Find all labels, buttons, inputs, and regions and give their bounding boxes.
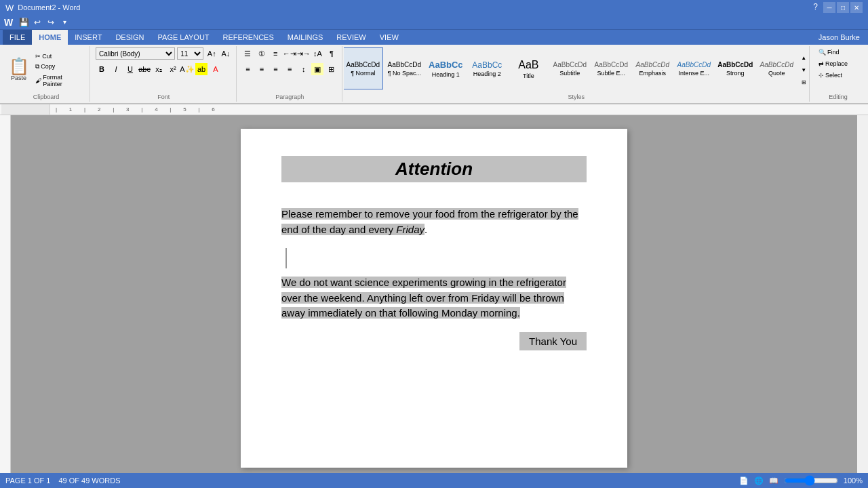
paste-label: Paste (11, 75, 26, 81)
tab-references[interactable]: REFERENCES (216, 30, 281, 45)
paragraph-1-end: . (425, 224, 427, 235)
replace-button[interactable]: ⇄ Replace (815, 59, 861, 68)
text-highlight-button[interactable]: ab (195, 63, 208, 75)
align-center-button[interactable]: ≡ (256, 63, 268, 75)
status-right: 📄 🌐 📖 100% (739, 476, 863, 485)
find-icon: 🔍 (818, 49, 826, 56)
view-web-icon[interactable]: 🌐 (754, 476, 764, 485)
cut-button[interactable]: ✂ Cut (32, 52, 85, 61)
style-normal[interactable]: AaBbCcDd ¶ Normal (344, 47, 384, 89)
tab-insert[interactable]: INSERT (68, 30, 108, 45)
underline-button[interactable]: U (124, 63, 136, 75)
style-heading1-label: Heading 1 (432, 71, 460, 78)
font-family-select[interactable]: Calibri (Body) (96, 47, 175, 60)
view-print-icon[interactable]: 📄 (739, 476, 749, 485)
style-title[interactable]: AaB Title (508, 47, 549, 89)
paragraph-1: Please remember to remove your food from… (281, 207, 587, 237)
style-normal-label: ¶ Normal (351, 70, 375, 77)
help-icon[interactable]: ? (809, 2, 822, 13)
decrease-indent-button[interactable]: ←⇥ (283, 47, 296, 60)
status-left: PAGE 1 OF 1 49 OF 49 WORDS (5, 476, 121, 485)
right-panel (857, 115, 868, 473)
shading-button[interactable]: ▣ (311, 63, 323, 75)
cut-icon: ✂ (35, 53, 41, 60)
select-button[interactable]: ⊹ Select (815, 70, 861, 80)
increase-indent-button[interactable]: ⇥→ (298, 47, 310, 60)
sort-button[interactable]: ↕A (312, 47, 323, 60)
style-emphasis[interactable]: AaBbCcDd Emphasis (632, 47, 673, 89)
tab-page-layout[interactable]: PAGE LAYOUT (151, 30, 216, 45)
word-icon: W (5, 3, 14, 13)
show-formatting-button[interactable]: ¶ (326, 47, 337, 60)
para-row-2: ≡ ≡ ≡ ≡ ↕ ▣ ⊞ (242, 63, 338, 75)
font-color-button[interactable]: A (210, 63, 222, 75)
subscript-button[interactable]: x₂ (153, 63, 165, 75)
format-painter-button[interactable]: 🖌 Format Painter (32, 73, 85, 89)
style-strong[interactable]: AaBbCcDd Strong (715, 47, 755, 89)
style-quote-label: Quote (768, 70, 785, 77)
style-quote[interactable]: AaBbCcDd Quote (756, 47, 797, 89)
justify-button[interactable]: ≡ (283, 63, 296, 75)
increase-font-button[interactable]: A↑ (205, 47, 218, 60)
strikethrough-button[interactable]: abc (138, 63, 151, 75)
select-icon: ⊹ (818, 72, 824, 79)
copy-button[interactable]: ⧉ Copy (32, 62, 85, 72)
tab-design[interactable]: DESIGN (108, 30, 151, 45)
style-emphasis-preview: AaBbCcDd (636, 60, 669, 70)
styles-more[interactable]: ⊞ (797, 76, 810, 88)
style-no-spacing[interactable]: AaBbCcDd ¶ No Spac... (384, 47, 425, 89)
style-subtle-em-preview: AaBbCcDd (595, 60, 628, 70)
border-button[interactable]: ⊞ (326, 63, 338, 75)
zoom-slider[interactable] (784, 478, 838, 483)
minimize-button[interactable]: ─ (823, 2, 835, 13)
superscript-button[interactable]: x² (167, 63, 179, 75)
font-label: Font (157, 92, 170, 100)
tab-view[interactable]: VIEW (373, 30, 406, 45)
tab-home[interactable]: HOME (32, 30, 68, 45)
style-quote-preview: AaBbCcDd (760, 60, 793, 70)
ruler: | 1 | 2 | 3 | 4 | 5 | 6 (0, 104, 868, 115)
styles-scroll-down[interactable]: ▼ (797, 64, 810, 76)
tab-mailings[interactable]: MAILINGS (281, 30, 330, 45)
bullets-button[interactable]: ☰ (242, 47, 254, 60)
font-size-select[interactable]: 11 (177, 47, 203, 60)
find-button[interactable]: 🔍 Find (815, 47, 861, 57)
paste-icon: 📋 (9, 58, 29, 75)
style-heading1[interactable]: AaBbCc Heading 1 (425, 47, 466, 89)
italic-button[interactable]: I (110, 63, 122, 75)
font-row-2: B I U abc x₂ x² A✨ ab A (96, 63, 232, 75)
tab-review[interactable]: REVIEW (330, 30, 372, 45)
view-read-icon[interactable]: 📖 (769, 476, 778, 485)
style-title-preview: AaB (518, 58, 538, 73)
document-page[interactable]: Attention Please remember to remove your… (241, 129, 627, 468)
paste-button[interactable]: 📋 Paste (7, 51, 31, 89)
decrease-font-button[interactable]: A↓ (220, 47, 232, 60)
styles-label: Styles (568, 92, 585, 100)
redo-icon[interactable]: ↪ (45, 17, 56, 28)
undo-icon[interactable]: ↩ (32, 17, 43, 28)
numbering-button[interactable]: ① (256, 47, 267, 60)
text-effect-button[interactable]: A✨ (181, 63, 193, 75)
style-subtitle[interactable]: AaBbCcDd Subtitle (549, 47, 590, 89)
style-heading2[interactable]: AaBbCc Heading 2 (467, 47, 507, 89)
editing-group: 🔍 Find ⇄ Replace ⊹ Select Editing (811, 46, 865, 102)
quick-access-toolbar: W 💾 ↩ ↪ ▾ (0, 15, 868, 30)
maximize-button[interactable]: □ (837, 2, 849, 13)
multilevel-button[interactable]: ≡ (269, 47, 281, 60)
styles-scroll-up[interactable]: ▲ (797, 52, 810, 64)
line-spacing-button[interactable]: ↕ (298, 63, 310, 75)
main-area: Attention Please remember to remove your… (0, 115, 868, 473)
bold-button[interactable]: B (96, 63, 108, 75)
style-heading2-preview: AaBbCc (472, 60, 502, 71)
quick-access-more-icon[interactable]: ▾ (59, 17, 70, 28)
save-icon[interactable]: 💾 (18, 17, 29, 28)
align-right-button[interactable]: ≡ (270, 63, 282, 75)
style-subtitle-preview: AaBbCcDd (553, 60, 587, 70)
style-normal-preview: AaBbCcDd (347, 60, 380, 70)
cursor-spacer (285, 248, 587, 268)
align-left-button[interactable]: ≡ (242, 63, 254, 75)
style-intense-em[interactable]: AaBbCcDd Intense E... (673, 47, 714, 89)
tab-file[interactable]: FILE (3, 30, 32, 45)
close-button[interactable]: ✕ (850, 2, 863, 13)
style-subtle-em[interactable]: AaBbCcDd Subtle E... (591, 47, 631, 89)
